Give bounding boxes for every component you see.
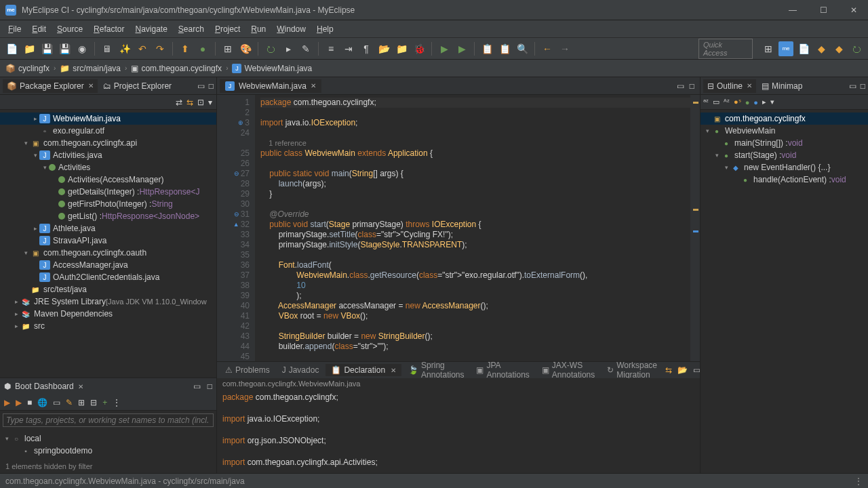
maximize-view-button[interactable]: □ [861,81,865,91]
menu-help[interactable]: Help [311,22,339,36]
tree-row[interactable]: getFirstPhoto(Integer) : String [0,198,216,210]
myeclipse-perspective[interactable]: me [778,41,793,56]
boot-browser-button[interactable]: 🌐 [37,398,47,407]
palette-button[interactable]: 🎨 [238,41,253,56]
close-button[interactable]: ✕ [845,5,863,15]
tree-row[interactable]: ▾▣com.thegoan.cyclingfx.oauth [0,247,216,259]
tree-row[interactable]: ▸📚Maven Dependencies [0,308,216,320]
tree-row[interactable]: ▾◆new EventHandler() {...} [701,161,868,174]
code-editor[interactable]: 12⊕3242526⊖27282930⊖31▲32333435363738394… [217,95,700,361]
grid-button[interactable]: ⊞ [220,41,235,56]
breadcrumb-item[interactable]: ▣com.thegoan.cyclingfx [131,64,222,73]
pilcrow-button[interactable]: ¶ [359,41,374,56]
run-last-button[interactable]: ⭮ [263,41,278,56]
hide-fields-button[interactable]: ● [745,98,750,106]
tree-row[interactable]: ▾○local [0,432,216,445]
indent-button[interactable]: ⇥ [341,41,356,56]
close-icon[interactable]: ✕ [311,82,316,89]
maximize-view-button[interactable]: □ [209,81,214,91]
folder-button[interactable]: 📁 [394,41,409,56]
undo-button[interactable]: ↶ [135,41,150,56]
deploy-button[interactable]: ⬆ [178,41,193,56]
back-button[interactable]: ← [540,41,555,56]
hide-non-public-button[interactable]: ● [753,98,758,106]
sort-button[interactable]: ᵃᶻ [703,98,709,106]
boot-filter-input[interactable] [3,413,214,427]
tree-row[interactable]: ▾●start(Stage) : void [701,149,868,161]
menu-file[interactable]: File [3,22,26,36]
run-config-button[interactable]: ▶ [454,41,469,56]
boot-filter-button[interactable]: ⊞ [78,398,85,407]
menu-navigate[interactable]: Navigate [130,22,172,36]
tree-row[interactable]: ▾▣com.thegoan.cyclingfx.api [0,137,216,149]
tree-row[interactable]: Activities(AccessManager) [0,174,216,186]
minimize-view-button[interactable]: ▭ [193,382,201,391]
tree-row[interactable]: ▾●WebviewMain [701,125,868,137]
align-button[interactable]: ≡ [323,41,338,56]
overview-ruler[interactable] [690,95,700,361]
boot-menu-button[interactable]: ⋮ [113,398,121,407]
new-class-button[interactable]: 📋 [479,41,494,56]
coverage-button[interactable]: ▸ [281,41,296,56]
package-explorer-tree[interactable]: ▸JWebviewMain.java▫exo.regular.otf▾▣com.… [0,110,216,378]
maximize-view-button[interactable]: □ [208,382,212,391]
new-project-button[interactable]: 📁 [22,41,37,56]
tree-row[interactable]: ▾JActivities.java [0,149,216,161]
tree-row[interactable]: JStravaAPI.java [0,235,216,247]
outline-tab[interactable]: ⊟ Outline ✕ [703,79,756,93]
minimap-tab[interactable]: ▤ Minimap [757,79,806,93]
collapse-all-button[interactable]: ⇄ [176,98,182,107]
outline-menu-button[interactable]: ▾ [770,98,774,106]
open-button[interactable]: 📂 [677,365,688,375]
git-perspective[interactable]: ◆ [831,41,846,56]
forward-button[interactable]: → [557,41,572,56]
link-button[interactable]: ⇆ [665,365,672,375]
tree-row[interactable]: ▸JAthlete.java [0,222,216,235]
boot-edit-button[interactable]: ✎ [66,398,73,407]
quick-access-input[interactable]: Quick Access [698,39,753,59]
boot-debug-button[interactable]: ▶ [16,398,22,407]
screen-button[interactable]: 🖥 [100,41,115,56]
menu-run[interactable]: Run [245,22,271,36]
tree-row[interactable]: JOAuth2ClientCredentials.java [0,271,216,283]
boot-start-button[interactable]: ▶ [4,398,10,407]
editor-tab[interactable]: J WebviewMain.java ✕ [220,79,321,93]
boot-tree[interactable]: ▾○local▪springbootdemo [0,430,216,460]
new-button[interactable]: 📄 [4,41,19,56]
save-all-button[interactable]: 💾 [57,41,72,56]
tree-row[interactable]: 📁src/test/java [0,283,216,296]
view-menu-button[interactable]: ▾ [208,98,212,107]
minimize-view-button[interactable]: ▭ [849,81,856,91]
bottom-tab-problems[interactable]: ⚠Problems [220,364,275,376]
boot-console-button[interactable]: ▭ [53,398,60,407]
refresh-perspective[interactable]: ⭮ [849,41,864,56]
tree-row[interactable]: ▣com.thegoan.cyclingfx [701,113,868,125]
search-button[interactable]: 🔍 [515,41,530,56]
tree-row[interactable]: ▸JWebviewMain.java [0,113,216,125]
boot-add-button[interactable]: + [102,398,107,407]
fields-button[interactable]: ▭ [713,98,719,106]
editor-code[interactable]: package com.thegoan.cyclingfx; import ja… [255,95,690,361]
focus-button[interactable]: ⊡ [197,98,204,107]
profile-button[interactable]: ◉ [75,41,90,56]
menu-window[interactable]: Window [271,22,311,36]
maximize-button[interactable]: ☐ [814,5,833,15]
close-icon[interactable]: ✕ [88,82,94,89]
menu-search[interactable]: Search [173,22,210,36]
menu-source[interactable]: Source [52,22,88,36]
tree-row[interactable]: ▫exo.regular.otf [0,125,216,137]
statusbar-menu[interactable]: ⋮ [854,476,863,486]
project-explorer-tab[interactable]: 🗂 Project Explorer [99,79,176,93]
new-file-button[interactable]: 📋 [497,41,512,56]
close-icon[interactable]: ✕ [747,82,752,89]
menu-project[interactable]: Project [210,22,245,36]
minimize-view-button[interactable]: ▭ [197,81,205,91]
minimize-button[interactable]: — [783,5,802,15]
minimize-editor-button[interactable]: ▭ [674,81,687,91]
bottom-tab-javadoc[interactable]: JJavadoc [277,364,325,376]
boot-stop-button[interactable]: ■ [27,398,32,407]
debug-button[interactable]: 🐞 [412,41,427,56]
debug-perspective[interactable]: ◆ [814,41,829,56]
breadcrumb-item[interactable]: 📦cyclingfx [5,64,50,73]
hide-static-button[interactable]: ●ˢ [734,98,741,106]
